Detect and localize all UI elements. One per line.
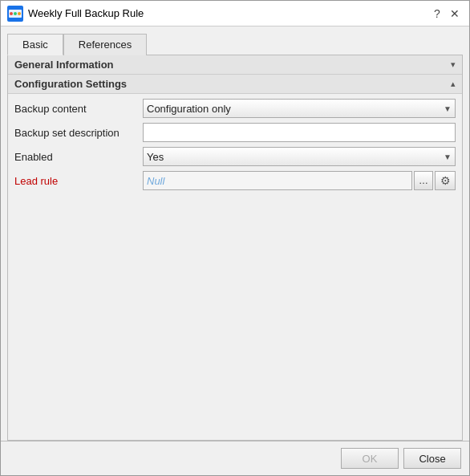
enabled-label: Enabled: [14, 151, 143, 163]
enabled-row: Enabled Yes ▼: [14, 147, 456, 166]
general-information-title: General Information: [14, 59, 114, 71]
enabled-dropdown[interactable]: Yes ▼: [143, 147, 456, 166]
configuration-settings-title: Configuration Settings: [14, 78, 127, 90]
close-button-footer[interactable]: Close: [403, 448, 461, 469]
backup-content-value: Configuration only: [147, 103, 231, 115]
svg-point-3: [14, 12, 17, 15]
backup-content-control: Configuration only ▼: [143, 99, 456, 118]
title-bar: Weekly Full Backup Rule ? ✕: [1, 1, 469, 26]
lead-rule-value: Null: [143, 171, 412, 190]
window-title: Weekly Full Backup Rule: [28, 7, 424, 19]
title-bar-controls: ? ✕: [429, 6, 463, 22]
backup-set-description-control: [143, 123, 456, 142]
svg-point-2: [10, 12, 13, 15]
configuration-settings-header[interactable]: Configuration Settings ▴: [8, 75, 462, 94]
backup-set-description-row: Backup set description: [14, 123, 456, 142]
backup-set-description-input[interactable]: [143, 123, 456, 142]
main-window: Weekly Full Backup Rule ? ✕ Basic Refere…: [0, 0, 470, 476]
enabled-arrow: ▼: [444, 153, 452, 161]
configuration-settings-body: Backup content Configuration only ▼ Back…: [8, 94, 462, 195]
backup-content-dropdown[interactable]: Configuration only ▼: [143, 99, 456, 118]
content-spacer: [8, 195, 462, 440]
enabled-value: Yes: [147, 151, 164, 163]
ok-button[interactable]: OK: [341, 448, 399, 469]
footer: OK Close: [1, 441, 469, 475]
close-button[interactable]: ✕: [447, 6, 463, 22]
backup-content-label: Backup content: [14, 103, 143, 115]
general-information-chevron: ▾: [451, 59, 456, 70]
general-information-header[interactable]: General Information ▾: [8, 55, 462, 75]
backup-content-arrow: ▼: [444, 104, 452, 113]
enabled-control: Yes ▼: [143, 147, 456, 166]
lead-rule-control: Null … ⚙: [143, 171, 456, 190]
window-body: Basic References General Information ▾ C…: [1, 26, 469, 441]
tab-bar: Basic References: [7, 33, 463, 55]
lead-rule-browse-button[interactable]: …: [414, 171, 433, 190]
svg-point-4: [18, 12, 21, 15]
app-icon: [7, 6, 23, 22]
tab-content: General Information ▾ Configuration Sett…: [7, 55, 463, 441]
lead-rule-label: Lead rule: [14, 175, 143, 187]
lead-rule-settings-button[interactable]: ⚙: [435, 171, 456, 190]
backup-set-description-label: Backup set description: [14, 127, 143, 139]
tab-basic[interactable]: Basic: [7, 34, 63, 55]
configuration-settings-chevron: ▴: [451, 79, 456, 89]
tab-references[interactable]: References: [63, 34, 147, 55]
help-button[interactable]: ?: [429, 6, 445, 22]
backup-content-row: Backup content Configuration only ▼: [14, 99, 456, 118]
lead-rule-row: Lead rule Null … ⚙: [14, 171, 456, 190]
